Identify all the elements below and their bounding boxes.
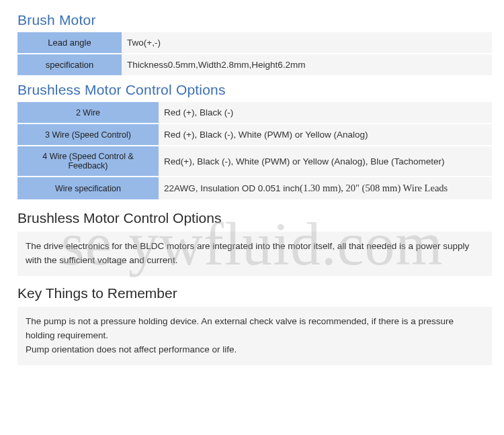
key-things-box: The pump is not a pressure holding devic… xyxy=(17,307,492,365)
table-row: 3 Wire (Speed Control) Red (+), Black (-… xyxy=(17,124,492,146)
table-row: specification Thickness0.5mm,Width2.8mm,… xyxy=(17,54,492,76)
brush-motor-table: Lead angle Two(+,-) specification Thickn… xyxy=(17,32,492,77)
key-things-line2: Pump orientation does not affect perform… xyxy=(26,343,484,357)
specification-value: Thickness0.5mm,Width2.8mm,Height6.2mm xyxy=(122,54,492,76)
wire-spec-suffix: (1.30 mm), 20" (508 mm) Wire Leads xyxy=(300,183,448,193)
wire-spec-value: 22AWG, Insulation OD 0.051 inch(1.30 mm)… xyxy=(159,177,492,200)
wire-spec-prefix: 22AWG, Insulation OD 0.051 inch xyxy=(164,183,300,193)
brushless-desc-text: The drive electronics for the BLDC motor… xyxy=(17,232,492,276)
4wire-label: 4 Wire (Speed Control & Feedback) xyxy=(17,146,159,177)
table-row: Lead angle Two(+,-) xyxy=(17,32,492,54)
lead-angle-value: Two(+,-) xyxy=(122,32,492,54)
brushless-options-table: 2 Wire Red (+), Black (-) 3 Wire (Speed … xyxy=(17,102,492,201)
table-row: 4 Wire (Speed Control & Feedback) Red(+)… xyxy=(17,146,492,177)
brushless-options-title: Brushless Motor Control Options xyxy=(17,82,492,98)
key-things-title: Key Things to Remember xyxy=(17,285,492,301)
key-things-line1: The pump is not a pressure holding devic… xyxy=(26,315,484,343)
lead-angle-label: Lead angle xyxy=(17,32,122,54)
table-row: Wire specification 22AWG, Insulation OD … xyxy=(17,177,492,200)
3wire-label: 3 Wire (Speed Control) xyxy=(17,124,159,146)
brush-motor-title: Brush Motor xyxy=(17,12,492,28)
3wire-value: Red (+), Black (-), White (PWM) or Yello… xyxy=(159,124,492,146)
4wire-value: Red(+), Black (-), White (PWM) or Yellow… xyxy=(159,146,492,177)
table-row: 2 Wire Red (+), Black (-) xyxy=(17,102,492,124)
wire-spec-label: Wire specification xyxy=(17,177,159,200)
specification-label: specification xyxy=(17,54,122,76)
2wire-value: Red (+), Black (-) xyxy=(159,102,492,124)
2wire-label: 2 Wire xyxy=(17,102,159,124)
brushless-desc-title: Brushless Motor Control Options xyxy=(17,210,492,226)
